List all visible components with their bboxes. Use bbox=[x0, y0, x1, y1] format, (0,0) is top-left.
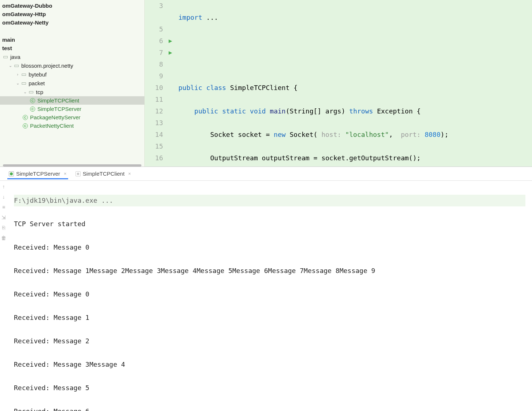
src-test[interactable]: test bbox=[0, 44, 144, 52]
folder-icon: ▭ bbox=[21, 80, 27, 86]
file-packagenettyserver[interactable]: C PackageNettyServer bbox=[0, 113, 144, 122]
tool-icon[interactable]: ↑ bbox=[3, 184, 5, 190]
code-token: ... bbox=[202, 14, 218, 21]
console-line: Received: Message 6 bbox=[14, 406, 525, 411]
chevron-right-icon[interactable]: › bbox=[15, 72, 21, 76]
code-editor[interactable]: 3 5 6 7 8 9 10 11 12 13 14 15 16 17 18 ▶ bbox=[145, 0, 532, 167]
running-icon bbox=[9, 171, 14, 176]
chevron-down-icon[interactable]: ⌄ bbox=[7, 63, 13, 68]
console-line: Received: Message 1Message 2Message 3Mes… bbox=[14, 265, 525, 277]
code-token: import bbox=[178, 14, 202, 21]
file-simpletcpclient[interactable]: C SimpleTCPClient bbox=[0, 96, 144, 105]
close-icon[interactable]: × bbox=[64, 171, 67, 176]
folder-icon: ▭ bbox=[2, 53, 9, 60]
folder-icon: ▭ bbox=[21, 71, 27, 78]
src-main[interactable]: main bbox=[0, 36, 144, 44]
folder-packet[interactable]: ⌄ ▭ packet bbox=[0, 79, 144, 87]
chevron-down-icon[interactable]: ⌄ bbox=[22, 90, 28, 94]
chevron-down-icon[interactable]: ⌄ bbox=[15, 81, 21, 86]
console-toolbar: ↑ ↓ ≡ ⇲ ⎘ 🗑 bbox=[0, 181, 7, 411]
console-line: Received: Message 5 bbox=[14, 382, 525, 394]
module-netty[interactable]: omGateway-Netty bbox=[0, 18, 144, 27]
console-line: Received: Message 1 bbox=[14, 312, 525, 324]
tool-icon[interactable]: 🗑 bbox=[1, 235, 6, 241]
file-packetnettyclient[interactable]: C PacketNettyClient bbox=[0, 122, 144, 130]
tool-icon[interactable]: ⇲ bbox=[1, 214, 6, 220]
folder-java[interactable]: ▭ java bbox=[0, 52, 144, 61]
class-icon: C bbox=[29, 98, 36, 103]
class-icon: C bbox=[22, 123, 29, 128]
module-http[interactable]: omGateway-Http bbox=[0, 10, 144, 18]
console-wrap: ↑ ↓ ≡ ⇲ ⎘ 🗑 F:\jdk19\bin\java.exe ... TC… bbox=[0, 181, 532, 411]
tool-icon[interactable]: ↓ bbox=[3, 194, 5, 200]
console-line: Received: Message 3Message 4 bbox=[14, 359, 525, 370]
console-output[interactable]: F:\jdk19\bin\java.exe ... TCP Server sta… bbox=[7, 181, 532, 411]
console-line: Received: Message 2 bbox=[14, 335, 525, 347]
sidebar-modules: omGateway-Dubbo omGateway-Http omGateway… bbox=[0, 0, 144, 28]
package-root[interactable]: ⌄ ▭ blossom.project.netty bbox=[0, 61, 144, 70]
config-icon bbox=[75, 171, 81, 176]
package-icon: ▭ bbox=[13, 62, 20, 69]
run-gutter: ▶ ▶ bbox=[165, 0, 176, 167]
top-area: omGateway-Dubbo omGateway-Http omGateway… bbox=[0, 0, 532, 167]
code-body[interactable]: import ... public class SimpleTCPClient … bbox=[176, 0, 532, 167]
console-line: Received: Message 0 bbox=[14, 242, 525, 253]
line-gutter: 3 5 6 7 8 9 10 11 12 13 14 15 16 17 18 bbox=[145, 0, 165, 167]
run-tab-client[interactable]: SimpleTCPClient × bbox=[74, 168, 133, 179]
project-sidebar: omGateway-Dubbo omGateway-Http omGateway… bbox=[0, 0, 145, 167]
console-line: Received: Message 0 bbox=[14, 288, 525, 300]
folder-icon: ▭ bbox=[28, 89, 34, 95]
class-icon: C bbox=[22, 115, 29, 120]
run-icon[interactable]: ▶ bbox=[169, 47, 172, 59]
file-simpletcpserver[interactable]: C SimpleTCPServer bbox=[0, 105, 144, 113]
class-icon: C bbox=[29, 107, 36, 112]
tool-icon[interactable]: ≡ bbox=[2, 204, 5, 210]
console-line: TCP Server started bbox=[14, 218, 525, 230]
console-line: F:\jdk19\bin\java.exe ... bbox=[14, 195, 525, 206]
root: omGateway-Dubbo omGateway-Http omGateway… bbox=[0, 0, 532, 411]
run-tabs: SimpleTCPServer × SimpleTCPClient × bbox=[0, 167, 532, 181]
run-icon[interactable]: ▶ bbox=[169, 35, 172, 47]
run-tool-window: SimpleTCPServer × SimpleTCPClient × ↑ ↓ … bbox=[0, 167, 532, 411]
tool-icon[interactable]: ⎘ bbox=[2, 225, 5, 231]
run-tab-server[interactable]: SimpleTCPServer × bbox=[7, 168, 68, 179]
folder-tcp[interactable]: ⌄ ▭ tcp bbox=[0, 87, 144, 96]
module-dubbo[interactable]: omGateway-Dubbo bbox=[0, 1, 144, 10]
folder-bytebuf[interactable]: › ▭ bytebuf bbox=[0, 70, 144, 79]
close-icon[interactable]: × bbox=[128, 171, 131, 176]
